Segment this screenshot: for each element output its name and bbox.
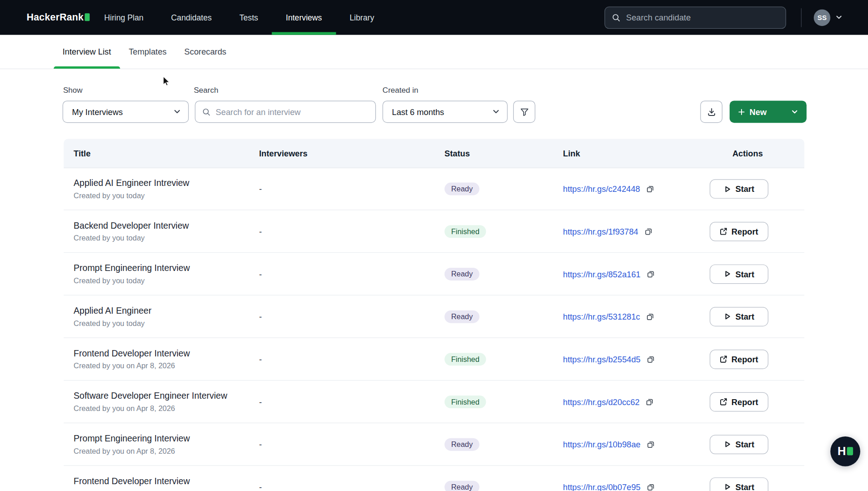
title-cell: Frontend Developer Interview Created by … bbox=[64, 476, 249, 491]
interview-link[interactable]: https://hr.gs/c242448 bbox=[563, 184, 640, 194]
interview-title: Applied AI Engineer bbox=[74, 306, 249, 316]
table-row: Applied AI Engineer Intreview Created by… bbox=[64, 168, 804, 210]
action-button[interactable]: Start bbox=[710, 435, 768, 454]
chevron-down-icon bbox=[492, 108, 500, 115]
interview-link[interactable]: https://hr.gs/852a161 bbox=[563, 269, 641, 279]
copy-link-button[interactable] bbox=[646, 269, 656, 279]
play-icon bbox=[724, 185, 732, 193]
account-menu-chevron-down-icon[interactable] bbox=[835, 14, 843, 21]
action-button[interactable]: Start bbox=[710, 264, 768, 284]
link-cell: https://hr.gs/1f93784 bbox=[562, 226, 695, 236]
interview-link[interactable]: https://hr.gs/531281c bbox=[563, 312, 640, 321]
status-badge: Ready bbox=[444, 481, 479, 491]
show-select[interactable]: My Interviews bbox=[63, 100, 189, 123]
candidate-search-input[interactable] bbox=[626, 13, 779, 22]
link-cell: https://hr.gs/0b07e95 bbox=[562, 482, 695, 491]
status-cell: Ready bbox=[434, 267, 562, 280]
copy-link-button[interactable] bbox=[646, 440, 656, 449]
plus-icon bbox=[738, 108, 745, 115]
nav-item-label: Library bbox=[350, 13, 374, 22]
tab-templates[interactable]: Templates bbox=[120, 35, 176, 69]
action-button[interactable]: Start bbox=[710, 307, 768, 326]
interview-title: Applied AI Engineer Intreview bbox=[74, 178, 249, 188]
created-by-subtitle: Created by you today bbox=[74, 234, 249, 242]
created-in-select[interactable]: Last 6 months bbox=[383, 100, 508, 123]
created-in-label: Created in bbox=[383, 86, 419, 95]
interview-search-box[interactable] bbox=[195, 100, 376, 123]
interview-link[interactable]: https://hr.gs/10b98ae bbox=[563, 440, 641, 449]
actions-cell: Start bbox=[695, 179, 804, 199]
hackerrank-logo[interactable]: HackerRank bbox=[26, 0, 90, 35]
download-button[interactable] bbox=[700, 100, 722, 123]
new-button-chevron-down-icon[interactable] bbox=[791, 108, 798, 115]
copy-link-button[interactable] bbox=[646, 184, 655, 194]
hackerrank-help-fab[interactable]: H bbox=[830, 436, 860, 466]
interview-link[interactable]: https://hr.gs/1f93784 bbox=[563, 226, 638, 236]
action-button[interactable]: Start bbox=[710, 477, 768, 491]
status-badge: Ready bbox=[444, 267, 479, 280]
interview-link[interactable]: https://hr.gs/b2554d5 bbox=[563, 354, 641, 364]
app-viewport: HackerRank Hiring Plan Candidates Tests … bbox=[0, 0, 868, 491]
interview-title: Frontend Developer Interview bbox=[74, 348, 249, 358]
tab-label: Interview List bbox=[63, 47, 111, 56]
action-button[interactable]: Start bbox=[710, 179, 768, 199]
top-navbar: HackerRank Hiring Plan Candidates Tests … bbox=[0, 0, 868, 35]
nav-item-candidates[interactable]: Candidates bbox=[157, 0, 226, 35]
status-cell: Ready bbox=[434, 183, 562, 195]
tab-interview-list[interactable]: Interview List bbox=[54, 35, 120, 69]
interview-link[interactable]: https://hr.gs/0b07e95 bbox=[563, 482, 641, 491]
nav-item-library[interactable]: Library bbox=[336, 0, 388, 35]
interview-link[interactable]: https://hr.gs/d20cc62 bbox=[563, 397, 640, 406]
tab-scorecards[interactable]: Scorecards bbox=[176, 35, 235, 69]
action-label: Start bbox=[735, 312, 754, 321]
table-body: Applied AI Engineer Intreview Created by… bbox=[64, 168, 804, 491]
interview-title: Backend Developer Interview bbox=[74, 220, 249, 230]
filter-funnel-icon bbox=[520, 107, 529, 116]
link-cell: https://hr.gs/c242448 bbox=[562, 184, 695, 194]
new-interview-button[interactable]: New bbox=[730, 100, 807, 123]
nav-item-interviews[interactable]: Interviews bbox=[272, 0, 336, 35]
copy-icon bbox=[646, 184, 655, 194]
nav-item-label: Interviews bbox=[286, 13, 322, 22]
user-avatar[interactable]: SS bbox=[814, 9, 831, 26]
copy-link-button[interactable] bbox=[646, 354, 656, 364]
actions-cell: Report bbox=[695, 221, 804, 241]
interview-title: Software Developer Engineer Interview bbox=[74, 391, 249, 401]
action-button[interactable]: Report bbox=[710, 392, 768, 411]
show-label: Show bbox=[63, 86, 83, 95]
action-label: Start bbox=[735, 482, 754, 491]
candidate-search-box[interactable] bbox=[605, 6, 786, 29]
copy-icon bbox=[646, 269, 656, 279]
actions-cell: Report bbox=[695, 392, 804, 411]
interviewers-cell: - bbox=[249, 440, 435, 449]
status-cell: Finished bbox=[434, 225, 562, 238]
created-by-subtitle: Created by you on Apr 8, 2026 bbox=[74, 361, 249, 370]
created-in-select-value: Last 6 months bbox=[392, 107, 444, 116]
status-cell: Ready bbox=[434, 310, 562, 323]
action-button[interactable]: Report bbox=[710, 349, 768, 369]
copy-icon bbox=[646, 354, 656, 364]
nav-item-tests[interactable]: Tests bbox=[226, 0, 272, 35]
interviewers-cell: - bbox=[249, 354, 435, 364]
nav-item-hiring-plan[interactable]: Hiring Plan bbox=[91, 0, 157, 35]
page-tabbar: Interview List Templates Scorecards bbox=[0, 35, 868, 69]
action-label: Report bbox=[732, 226, 758, 236]
copy-link-button[interactable] bbox=[646, 312, 655, 321]
title-cell: Software Developer Engineer Interview Cr… bbox=[64, 391, 249, 412]
action-button[interactable]: Report bbox=[710, 221, 768, 241]
table-row: Frontend Developer Interview Created by … bbox=[64, 466, 804, 491]
actions-cell: Start bbox=[695, 435, 804, 454]
search-icon bbox=[202, 107, 211, 116]
copy-link-button[interactable] bbox=[644, 226, 653, 236]
interview-search-input[interactable] bbox=[216, 107, 368, 116]
copy-icon bbox=[646, 482, 656, 491]
search-icon bbox=[612, 13, 621, 22]
copy-link-button[interactable] bbox=[645, 397, 655, 406]
logo-text: HackerRank bbox=[26, 12, 84, 24]
status-cell: Ready bbox=[434, 481, 562, 491]
filter-button[interactable] bbox=[513, 100, 535, 123]
nav-item-label: Candidates bbox=[171, 13, 212, 22]
table-row: Frontend Developer Interview Created by … bbox=[64, 338, 804, 381]
copy-link-button[interactable] bbox=[646, 482, 656, 491]
play-icon bbox=[724, 483, 732, 491]
